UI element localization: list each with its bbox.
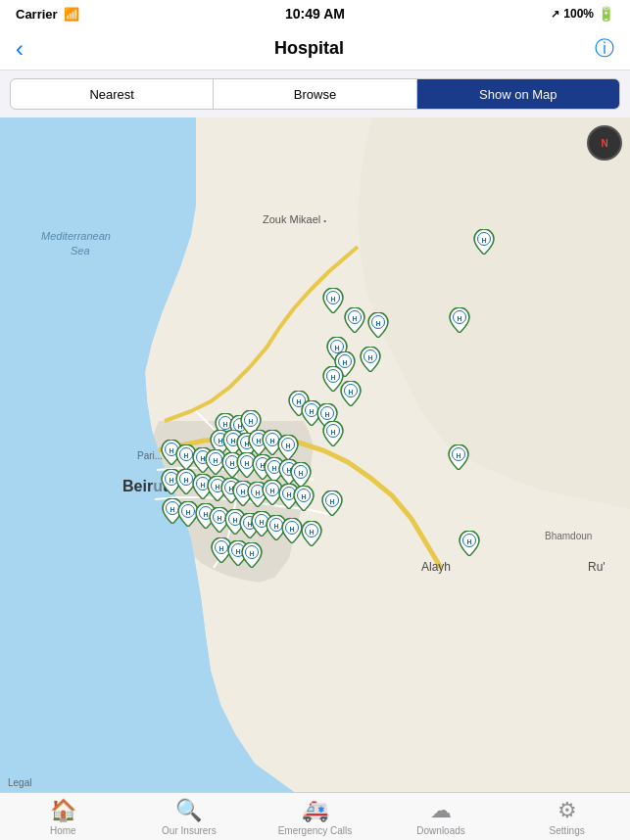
emergency-icon: 🚑 [302,798,328,823]
battery-icon: 🔋 [598,6,614,22]
wifi-icon: 📶 [64,7,79,22]
downloads-icon: ☁ [430,798,452,823]
svg-text:H: H [269,488,274,494]
svg-text:H: H [222,421,227,428]
svg-text:H: H [309,529,314,536]
emergency-label: Emergency Calls [278,825,353,836]
svg-text:H: H [217,515,221,522]
tab-bar: 🏠 Home 🔍 Our Insurers 🚑 Emergency Calls … [0,792,630,840]
svg-text:H: H [271,465,276,472]
hospital-pin[interactable]: H [241,542,263,568]
svg-text:H: H [235,548,240,555]
hospital-pin[interactable]: H [322,421,344,446]
svg-text:H: H [334,345,339,351]
svg-text:H: H [367,354,372,361]
svg-text:H: H [203,511,208,518]
svg-text:H: H [244,460,249,467]
tab-emergency[interactable]: 🚑 Emergency Calls [252,793,378,840]
location-icon: ↗ [551,8,559,21]
svg-text:H: H [183,477,188,484]
legal-text[interactable]: Legal [8,777,31,788]
home-icon: 🏠 [50,798,76,823]
insurers-label: Our Insurers [162,825,217,836]
hospital-pin[interactable]: H [449,307,470,333]
carrier-label: Carrier [16,7,58,22]
hospital-pin[interactable]: H [473,229,495,255]
svg-text:H: H [255,490,260,496]
map-svg [0,117,630,792]
segmented-control: Nearest Browse Show on Map [10,78,620,110]
hospital-pin[interactable]: H [301,521,322,546]
svg-text:H: H [169,447,173,454]
back-button[interactable]: ‹ [16,35,24,63]
hospital-pin[interactable]: H [281,518,303,543]
svg-text:H: H [330,429,335,436]
insurers-icon: 🔍 [175,798,202,823]
nearest-tab[interactable]: Nearest [11,79,214,109]
svg-text:H: H [456,452,460,459]
svg-text:H: H [256,438,261,444]
tab-home[interactable]: 🏠 Home [0,793,126,840]
hospital-pin[interactable]: H [367,312,389,338]
status-right: ↗ 100% 🔋 [551,6,614,22]
navigation-bar: ‹ Hospital ⓘ [0,27,630,70]
hospital-pin[interactable]: H [293,486,315,511]
hospital-pin[interactable]: H [344,307,365,333]
svg-text:H: H [183,452,188,459]
svg-text:H: H [342,359,347,366]
status-time: 10:49 AM [285,6,345,22]
svg-text:H: H [273,523,278,530]
svg-text:H: H [329,498,334,505]
tab-insurers[interactable]: 🔍 Our Insurers [126,793,253,840]
svg-text:H: H [230,438,235,444]
svg-text:H: H [352,315,357,322]
hospital-pin[interactable]: H [459,531,480,556]
svg-text:H: H [309,408,314,415]
svg-text:H: H [259,519,264,526]
svg-text:H: H [229,460,234,467]
hospital-pin[interactable]: H [321,490,343,516]
svg-text:H: H [218,545,223,552]
battery-label: 100% [563,7,594,21]
svg-text:H: H [213,457,218,464]
svg-text:H: H [200,482,205,489]
svg-text:H: H [301,493,306,500]
map-container[interactable]: Mediterranean Sea Zouk Mikael • Beirut P… [0,117,630,792]
hospital-pin[interactable]: H [340,381,362,406]
svg-text:H: H [375,320,380,327]
info-button[interactable]: ⓘ [595,35,614,62]
svg-text:H: H [169,477,173,484]
svg-text:H: H [330,296,335,303]
svg-text:H: H [481,237,486,244]
svg-text:H: H [286,491,291,498]
hospital-pin[interactable]: H [360,347,381,372]
status-left: Carrier 📶 [16,7,79,22]
tab-downloads[interactable]: ☁ Downloads [378,793,505,840]
svg-text:H: H [457,315,461,322]
svg-text:H: H [185,509,190,516]
svg-text:H: H [285,443,290,449]
svg-text:H: H [298,470,303,477]
status-bar: Carrier 📶 10:49 AM ↗ 100% 🔋 [0,0,630,27]
browse-tab[interactable]: Browse [214,79,416,109]
hospital-pin[interactable]: H [448,444,469,470]
svg-text:H: H [232,517,237,524]
svg-text:H: H [249,550,254,557]
compass: N [587,125,622,161]
svg-text:H: H [466,538,471,545]
svg-text:H: H [330,374,335,381]
tab-settings[interactable]: ⚙ Settings [504,793,630,840]
svg-text:H: H [215,484,219,490]
svg-text:H: H [248,418,253,425]
settings-icon: ⚙ [557,798,577,823]
page-title: Hospital [274,38,344,59]
downloads-label: Downloads [416,825,464,836]
svg-text:H: H [170,506,174,513]
svg-text:H: H [324,411,329,418]
settings-label: Settings [550,825,585,836]
svg-text:H: H [269,438,274,444]
home-label: Home [50,825,76,836]
svg-text:H: H [289,526,294,533]
hospital-pin[interactable]: H [322,288,344,313]
show-on-map-tab[interactable]: Show on Map [417,79,619,109]
